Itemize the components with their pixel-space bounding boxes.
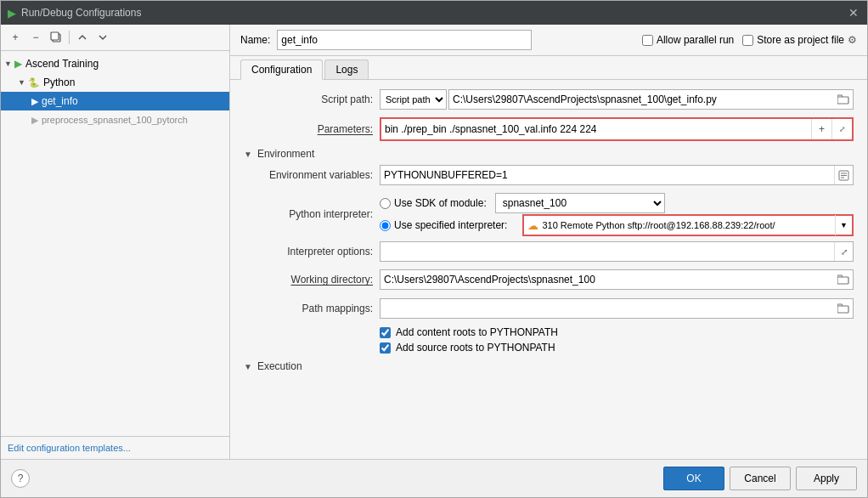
- tree-arrow-python: ▼: [18, 78, 28, 87]
- parameters-label: Parameters:: [244, 123, 380, 135]
- use-sdk-radio[interactable]: [380, 198, 391, 209]
- parameters-input[interactable]: [381, 119, 811, 139]
- button-bar: ? OK Cancel Apply: [1, 459, 867, 497]
- add-source-roots-checkbox[interactable]: [380, 342, 391, 354]
- script-path-type-select[interactable]: Script path: [380, 89, 447, 110]
- right-panel: Name: Allow parallel run Store as projec…: [230, 25, 867, 459]
- parameters-field: + ⤢: [380, 117, 854, 141]
- script-path-row: Script path: Script path: [244, 88, 854, 110]
- svg-rect-7: [837, 277, 848, 284]
- working-dir-wrap: [380, 269, 854, 290]
- config-panel: Script path: Script path: [230, 80, 867, 459]
- move-up-icon: [76, 31, 88, 43]
- script-browse-button[interactable]: [834, 90, 853, 109]
- get-info-run-icon: ▶: [31, 96, 38, 107]
- env-variables-input[interactable]: [380, 166, 834, 184]
- env-variables-wrap: [380, 165, 854, 185]
- parameters-add-button[interactable]: +: [811, 119, 831, 139]
- interp-options-wrap: ⤢: [380, 241, 854, 262]
- edit-templates-link[interactable]: Edit configuration templates...: [8, 443, 131, 453]
- tab-configuration[interactable]: Configuration: [240, 59, 323, 80]
- execution-toggle[interactable]: ▼: [244, 362, 252, 371]
- tree-item-ascend-training[interactable]: ▼ ▶ Ascend Training: [1, 54, 229, 73]
- interp-options-input[interactable]: [380, 246, 834, 257]
- store-checkbox[interactable]: [742, 35, 753, 46]
- tree-arrow-ascend: ▼: [4, 59, 14, 68]
- interp-options-expand-button[interactable]: ⤢: [834, 242, 853, 261]
- environment-toggle[interactable]: ▼: [244, 150, 252, 159]
- sidebar-bottom: Edit configuration templates...: [1, 436, 229, 459]
- get-info-label: get_info: [42, 95, 78, 107]
- preprocess-run-icon: ▶: [31, 115, 38, 126]
- title-bar-left: ▶ Run/Debug Configurations: [8, 7, 141, 20]
- working-dir-browse-button[interactable]: [834, 270, 853, 289]
- allow-parallel-row: Allow parallel run: [642, 34, 734, 46]
- run-icon: ▶: [8, 7, 16, 20]
- svg-rect-2: [837, 97, 848, 104]
- sdk-module-select[interactable]: spnasnet_100: [495, 193, 665, 213]
- interp-color-icon: ☁: [527, 219, 538, 232]
- python-interp-label: Python interpreter:: [244, 208, 380, 220]
- specified-interp-wrap: ☁ 310 Remote Python sftp://root@192.168.…: [522, 214, 854, 236]
- cancel-button[interactable]: Cancel: [730, 467, 791, 490]
- env-variables-row: Environment variables:: [244, 165, 854, 185]
- script-path-label: Script path:: [244, 93, 380, 105]
- script-path-input[interactable]: [449, 90, 834, 109]
- path-mappings-browse-button[interactable]: [834, 299, 853, 318]
- config-top-bar: Name: Allow parallel run Store as projec…: [230, 25, 867, 56]
- interp-dropdown-button[interactable]: ▼: [835, 215, 852, 235]
- store-row: Store as project file ⚙: [742, 34, 857, 46]
- store-label: Store as project file: [757, 34, 844, 46]
- help-button[interactable]: ?: [11, 469, 30, 488]
- remove-config-button[interactable]: −: [26, 28, 45, 47]
- ok-button[interactable]: OK: [663, 467, 724, 490]
- path-mappings-row: Path mappings:: [244, 297, 854, 320]
- use-sdk-label: Use SDK of module:: [394, 197, 487, 209]
- parameters-row: Parameters: + ⤢: [244, 117, 854, 141]
- working-dir-label: Working directory:: [244, 274, 380, 286]
- close-button[interactable]: ✕: [847, 6, 860, 20]
- interp-options-label: Interpreter options:: [244, 246, 380, 257]
- ascend-icon: ▶: [14, 58, 22, 70]
- python-interp-row: Python interpreter: Use SDK of module: s…: [244, 192, 854, 236]
- working-dir-row: Working directory:: [244, 269, 854, 291]
- path-mappings-input[interactable]: [380, 303, 834, 314]
- add-config-button[interactable]: +: [6, 28, 25, 47]
- allow-parallel-label: Allow parallel run: [657, 34, 734, 46]
- use-specified-radio[interactable]: [380, 220, 391, 231]
- preprocess-label: preprocess_spnasnet_100_pytorch: [42, 115, 188, 125]
- tree-item-preprocess[interactable]: ▶ preprocess_spnasnet_100_pytorch: [1, 110, 229, 129]
- radio-section: Use SDK of module: spnasnet_100 Use spec…: [380, 192, 854, 236]
- env-edit-button[interactable]: [834, 166, 853, 184]
- copy-icon: [50, 31, 62, 43]
- add-content-roots-checkbox[interactable]: [380, 327, 391, 338]
- ascend-training-label: Ascend Training: [25, 58, 99, 70]
- use-specified-label: Use specified interpreter:: [394, 219, 507, 231]
- config-tree: ▼ ▶ Ascend Training ▼ 🐍 Python ▶ get_inf: [1, 51, 229, 436]
- move-up-button[interactable]: [73, 28, 92, 47]
- folder-icon: [837, 94, 849, 105]
- execution-label: Execution: [257, 360, 302, 372]
- add-source-roots-row: Add source roots to PYTHONPATH: [380, 342, 854, 354]
- name-label: Name:: [240, 34, 270, 46]
- parameters-expand-button[interactable]: ⤢: [831, 119, 852, 139]
- interp-display: ☁ 310 Remote Python sftp://root@192.168.…: [524, 219, 835, 232]
- add-content-roots-label: Add content roots to PYTHONPATH: [396, 326, 558, 338]
- working-dir-input[interactable]: [380, 274, 834, 286]
- tab-logs[interactable]: Logs: [324, 59, 369, 79]
- python-label: Python: [43, 76, 75, 88]
- specified-interp-line: Use specified interpreter: ☁ 310 Remote …: [380, 214, 854, 236]
- copy-config-button[interactable]: [47, 28, 65, 47]
- tree-item-python[interactable]: ▼ 🐍 Python: [1, 73, 229, 92]
- move-down-button[interactable]: [93, 28, 112, 47]
- apply-button[interactable]: Apply: [796, 467, 857, 490]
- svg-rect-8: [837, 306, 848, 313]
- workdir-folder-icon: [837, 274, 849, 285]
- sidebar-toolbar: + −: [1, 25, 229, 51]
- tree-item-get-info[interactable]: ▶ get_info: [1, 92, 229, 110]
- dialog-title: Run/Debug Configurations: [21, 7, 141, 19]
- script-path-wrap: [448, 89, 854, 110]
- tabs-bar: Configuration Logs: [230, 56, 867, 80]
- allow-parallel-checkbox[interactable]: [642, 35, 653, 46]
- name-input[interactable]: [277, 30, 532, 50]
